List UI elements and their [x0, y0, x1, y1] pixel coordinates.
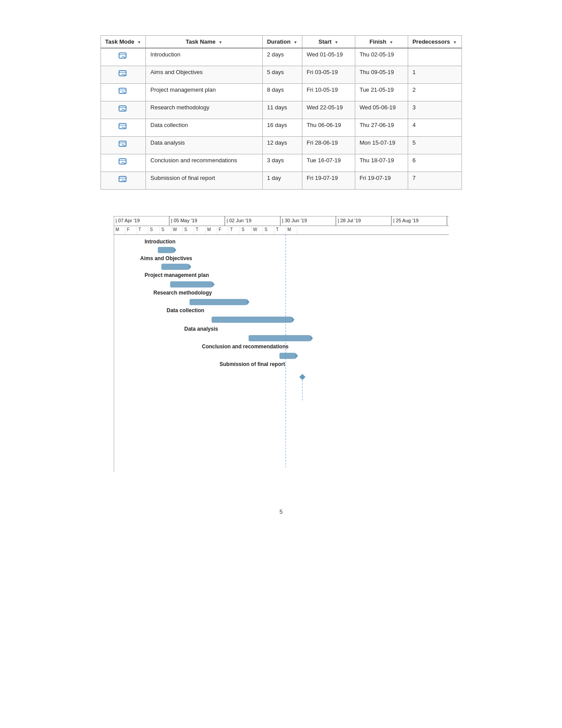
svg-text:T: T: [196, 227, 198, 232]
svg-text:S: S: [264, 227, 268, 232]
task-mode-icon: [118, 122, 128, 134]
task-mode-icon: [118, 175, 128, 187]
start-cell: Wed 22-05-19: [302, 101, 355, 119]
task-mode-cell: [100, 172, 146, 190]
duration-cell: 8 days: [262, 84, 302, 101]
svg-text:S: S: [184, 227, 187, 232]
th-arrow-pred: ▼: [453, 40, 457, 45]
gantt-label-3: Research methodology: [153, 290, 212, 296]
svg-rect-18: [119, 159, 126, 164]
th-task-name: Task Name ▼: [146, 36, 262, 49]
gantt-date-3: | 30 Jun '19: [282, 218, 307, 223]
task-name-cell: Submission of final report: [146, 172, 262, 190]
gantt-label-4: Data collection: [167, 307, 204, 314]
gantt-arrow-5: [310, 335, 313, 341]
task-name-cell: Aims and Objectives: [146, 66, 262, 84]
duration-cell: 1 day: [262, 172, 302, 190]
task-mode-icon: [118, 86, 128, 98]
gantt-date-5: | 25 Aug '19: [393, 218, 419, 223]
th-task-mode: Task Mode ▼: [100, 36, 146, 49]
predecessors-cell: 7: [408, 172, 462, 190]
task-mode-cell: [100, 101, 146, 119]
th-start: Start ▼: [302, 36, 355, 49]
finish-cell: Tue 21-05-19: [355, 84, 408, 101]
th-predecessors: Predecessors ▼: [408, 36, 462, 49]
table-row: Data collection16 daysThu 06-06-19Thu 27…: [100, 119, 462, 137]
task-mode-icon: [118, 139, 128, 151]
task-mode-cell: [100, 48, 146, 66]
start-cell: Wed 01-05-19: [302, 48, 355, 66]
start-cell: Fri 10-05-19: [302, 84, 355, 101]
day-M1: M: [115, 227, 119, 232]
table-row: Submission of final report1 dayFri 19-07…: [100, 172, 462, 190]
predecessors-cell: 6: [408, 154, 462, 172]
svg-text:S: S: [242, 227, 245, 232]
th-arrow-finish: ▼: [389, 40, 393, 45]
gantt-bar-4: [212, 317, 292, 323]
task-name-cell: Research methodology: [146, 101, 262, 119]
duration-cell: 2 days: [262, 48, 302, 66]
task-mode-icon: [118, 104, 128, 116]
svg-text:T: T: [138, 227, 141, 232]
start-cell: Thu 06-06-19: [302, 119, 355, 137]
th-arrow-start: ▼: [335, 40, 339, 45]
project-table: Task Mode ▼ Task Name ▼ Duration ▼ Start…: [100, 35, 462, 190]
svg-text:M: M: [207, 227, 211, 232]
gantt-arrow-2: [212, 281, 215, 287]
task-mode-icon: [118, 69, 128, 81]
gantt-date-4: | 28 Jul '19: [338, 218, 361, 223]
svg-rect-6: [119, 88, 126, 93]
duration-cell: 11 days: [262, 101, 302, 119]
task-name-cell: Project management plan: [146, 84, 262, 101]
gantt-arrow-1: [189, 264, 191, 270]
gantt-label-1: Aims and Objectives: [140, 255, 192, 261]
svg-rect-3: [119, 71, 126, 76]
gantt-date-2: | 02 Jun '19: [227, 218, 251, 223]
gantt-arrow-0: [174, 247, 176, 253]
duration-cell: 3 days: [262, 154, 302, 172]
gantt-arrow-3: [247, 299, 249, 305]
finish-cell: Thu 18-07-19: [355, 154, 408, 172]
gantt-bar-6: [279, 353, 295, 359]
duration-cell: 16 days: [262, 119, 302, 137]
predecessors-cell: 1: [408, 66, 462, 84]
table-row: Aims and Objectives5 daysFri 03-05-19Thu…: [100, 66, 462, 84]
task-mode-cell: [100, 137, 146, 154]
table-row: Conclusion and recommendations3 daysTue …: [100, 154, 462, 172]
gantt-bar-5: [249, 335, 310, 341]
task-mode-cell: [100, 84, 146, 101]
gantt-arrow-4: [292, 317, 294, 323]
task-mode-icon: [118, 51, 128, 63]
table-row: Research methodology11 daysWed 22-05-19W…: [100, 101, 462, 119]
task-mode-cell: [100, 119, 146, 137]
day-F1: F: [127, 227, 130, 232]
gantt-arrow-6: [295, 353, 298, 359]
svg-rect-9: [119, 106, 126, 111]
gantt-label-6: Conclusion and recommendations: [202, 343, 289, 350]
table-row: Project management plan8 daysFri 10-05-1…: [100, 84, 462, 101]
predecessors-cell: 2: [408, 84, 462, 101]
predecessors-cell: 5: [408, 137, 462, 154]
start-cell: Tue 16-07-19: [302, 154, 355, 172]
gantt-label-7: Submission of final report: [220, 361, 285, 367]
finish-cell: Wed 05-06-19: [355, 101, 408, 119]
svg-text:T: T: [276, 227, 279, 232]
gantt-label-5: Data analysis: [184, 326, 218, 332]
svg-rect-15: [119, 141, 126, 146]
svg-rect-21: [119, 176, 126, 182]
th-finish: Finish ▼: [355, 36, 408, 49]
gantt-label-0: Introduction: [145, 239, 175, 245]
gantt-bar-1: [161, 264, 189, 270]
finish-cell: Fri 19-07-19: [355, 172, 408, 190]
svg-text:S: S: [161, 227, 164, 232]
predecessors-cell: 4: [408, 119, 462, 137]
predecessors-cell: 3: [408, 101, 462, 119]
task-mode-cell: [100, 66, 146, 84]
svg-text:S: S: [150, 227, 153, 232]
finish-cell: Thu 09-05-19: [355, 66, 408, 84]
svg-text:W: W: [253, 227, 257, 232]
gantt-bar-2: [170, 281, 212, 287]
gantt-date-0: | 07 Apr '19: [115, 218, 140, 223]
start-cell: Fri 28-06-19: [302, 137, 355, 154]
gantt-milestone-7: [299, 374, 305, 380]
